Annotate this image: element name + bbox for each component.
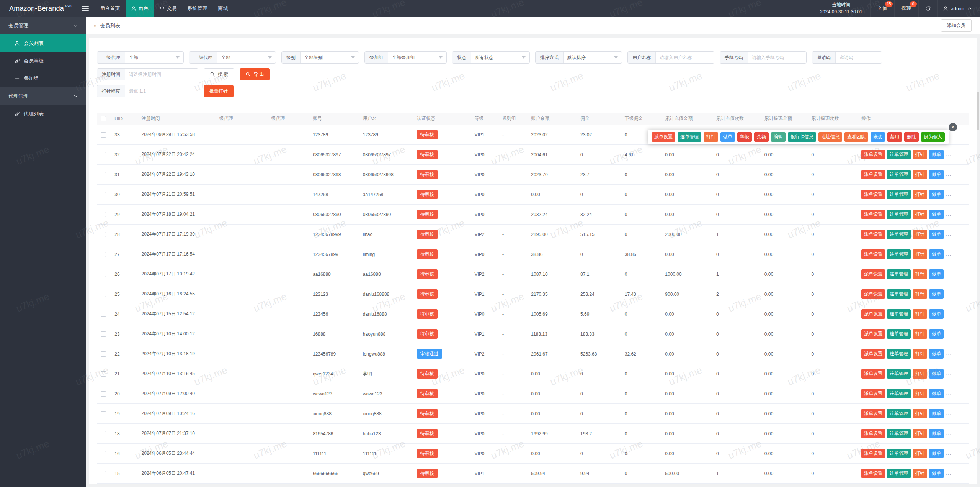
- popup-set-fake-button[interactable]: 设为假人: [921, 132, 945, 142]
- popup-level-button[interactable]: 等级: [737, 132, 752, 142]
- action-chain-orders-button[interactable]: 连单管理: [887, 190, 911, 199]
- action-make-order-button[interactable]: 做单: [929, 349, 944, 359]
- action-chain-orders-button[interactable]: 连单管理: [887, 170, 911, 179]
- search-button[interactable]: 搜 索: [204, 68, 234, 80]
- filter-select-control-level[interactable]: 全部级别: [301, 52, 359, 63]
- action-make-order-button[interactable]: 做单: [929, 190, 944, 199]
- row-more-button[interactable]: ...: [946, 371, 952, 376]
- row-checkbox[interactable]: [101, 192, 106, 197]
- action-dispatch-settings-button[interactable]: 派单设置: [861, 449, 885, 458]
- action-make-order-button[interactable]: 做单: [929, 210, 944, 219]
- action-make-order-button[interactable]: 做单: [929, 289, 944, 299]
- withdraw-link[interactable]: 提现 0: [894, 0, 918, 17]
- sidebar-item-member-level[interactable]: 会员等级: [0, 52, 86, 70]
- popup-view-team-button[interactable]: 查看团队: [844, 132, 868, 142]
- action-make-order-button[interactable]: 做单: [929, 409, 944, 418]
- action-dispatch-settings-button[interactable]: 派单设置: [861, 190, 885, 199]
- action-make-order-button[interactable]: 做单: [929, 230, 944, 239]
- row-more-button[interactable]: ...: [946, 431, 952, 436]
- row-more-button[interactable]: ...: [946, 411, 952, 416]
- action-inject-button[interactable]: 打针: [913, 389, 927, 398]
- row-more-button[interactable]: ...: [946, 451, 952, 456]
- popup-chain-orders-button[interactable]: 连单管理: [678, 132, 701, 142]
- close-icon[interactable]: ×: [949, 123, 957, 131]
- action-chain-orders-button[interactable]: 连单管理: [887, 329, 911, 339]
- row-checkbox[interactable]: [101, 411, 106, 416]
- row-checkbox[interactable]: [101, 152, 106, 157]
- popup-edit-button[interactable]: 编辑: [771, 132, 786, 142]
- sidebar-group-member-management[interactable]: 会员管理: [0, 17, 86, 34]
- action-dispatch-settings-button[interactable]: 派单设置: [861, 429, 885, 438]
- action-dispatch-settings-button[interactable]: 派单设置: [861, 150, 885, 159]
- popup-disable-button[interactable]: 禁用: [887, 132, 902, 142]
- action-chain-orders-button[interactable]: 连单管理: [887, 449, 911, 458]
- action-chain-orders-button[interactable]: 连单管理: [887, 269, 911, 279]
- action-inject-button[interactable]: 打针: [913, 329, 927, 339]
- nav-tab-dashboard[interactable]: 后台首页: [95, 0, 126, 17]
- action-inject-button[interactable]: 打针: [913, 210, 927, 219]
- select-all-checkbox[interactable]: [101, 116, 106, 121]
- action-make-order-button[interactable]: 做单: [929, 389, 944, 398]
- row-checkbox[interactable]: [101, 172, 106, 177]
- action-make-order-button[interactable]: 做单: [929, 329, 944, 339]
- action-inject-button[interactable]: 打针: [913, 190, 927, 199]
- action-chain-orders-button[interactable]: 连单管理: [887, 309, 911, 319]
- nav-tab-system[interactable]: 系统管理: [182, 0, 213, 17]
- filter-select-control-agent2[interactable]: 全部: [217, 52, 276, 63]
- action-dispatch-settings-button[interactable]: 派单设置: [861, 369, 885, 379]
- row-more-button[interactable]: ...: [946, 271, 952, 277]
- filter-select-control-overlay-group[interactable]: 全部叠加组: [388, 52, 446, 63]
- action-dispatch-settings-button[interactable]: 派单设置: [861, 249, 885, 259]
- action-inject-button[interactable]: 打针: [913, 309, 927, 319]
- popup-delete-button[interactable]: 删除: [904, 132, 919, 142]
- row-more-button[interactable]: ...: [946, 231, 952, 237]
- nav-tab-roles[interactable]: 角色: [126, 0, 154, 17]
- row-checkbox[interactable]: [101, 132, 106, 138]
- row-checkbox[interactable]: [101, 252, 106, 257]
- action-make-order-button[interactable]: 做单: [929, 469, 944, 478]
- sidebar-group-agent-management[interactable]: 代理管理: [0, 87, 86, 105]
- action-chain-orders-button[interactable]: 连单管理: [887, 249, 911, 259]
- scrollbar[interactable]: [977, 92, 979, 130]
- action-make-order-button[interactable]: 做单: [929, 170, 944, 179]
- row-more-button[interactable]: ...: [946, 331, 952, 336]
- row-checkbox[interactable]: [101, 451, 106, 456]
- action-inject-button[interactable]: 打针: [913, 269, 927, 279]
- action-make-order-button[interactable]: 做单: [929, 269, 944, 279]
- action-make-order-button[interactable]: 做单: [929, 249, 944, 259]
- action-chain-orders-button[interactable]: 连单管理: [887, 429, 911, 438]
- row-more-button[interactable]: ...: [946, 152, 952, 157]
- row-more-button[interactable]: ...: [946, 391, 952, 396]
- action-inject-button[interactable]: 打针: [913, 469, 927, 478]
- sidebar-item-agent-list[interactable]: 代理列表: [0, 105, 86, 123]
- sidebar-item-member-list[interactable]: 会员列表: [0, 34, 86, 52]
- action-make-order-button[interactable]: 做单: [929, 369, 944, 379]
- action-dispatch-settings-button[interactable]: 派单设置: [861, 349, 885, 359]
- row-checkbox[interactable]: [101, 471, 106, 476]
- recharge-link[interactable]: 充值 15: [870, 0, 894, 17]
- row-checkbox[interactable]: [101, 272, 106, 277]
- user-menu[interactable]: admin: [937, 0, 980, 17]
- row-checkbox[interactable]: [101, 312, 106, 317]
- action-make-order-button[interactable]: 做单: [929, 449, 944, 458]
- action-dispatch-settings-button[interactable]: 派单设置: [861, 289, 885, 299]
- action-make-order-button[interactable]: 做单: [929, 309, 944, 319]
- row-checkbox[interactable]: [101, 212, 106, 217]
- action-inject-button[interactable]: 打针: [913, 230, 927, 239]
- action-make-order-button[interactable]: 做单: [929, 429, 944, 438]
- row-checkbox[interactable]: [101, 292, 106, 297]
- popup-account-change-button[interactable]: 账变: [871, 132, 885, 142]
- action-chain-orders-button[interactable]: 连单管理: [887, 389, 911, 398]
- filter-select-control-agent1[interactable]: 全部: [125, 52, 183, 63]
- action-chain-orders-button[interactable]: 连单管理: [887, 150, 911, 159]
- action-chain-orders-button[interactable]: 连单管理: [887, 230, 911, 239]
- batch-needle-button[interactable]: 批量打针: [204, 85, 234, 97]
- needle-range-input[interactable]: [125, 85, 198, 97]
- action-chain-orders-button[interactable]: 连单管理: [887, 469, 911, 478]
- action-inject-button[interactable]: 打针: [913, 170, 927, 179]
- action-inject-button[interactable]: 打针: [913, 449, 927, 458]
- filter-input-control-username[interactable]: [656, 52, 714, 63]
- action-inject-button[interactable]: 打针: [913, 289, 927, 299]
- action-chain-orders-button[interactable]: 连单管理: [887, 210, 911, 219]
- row-checkbox[interactable]: [101, 431, 106, 436]
